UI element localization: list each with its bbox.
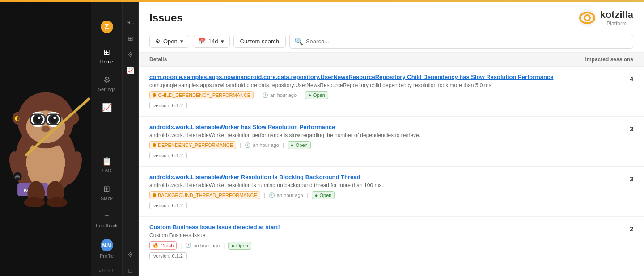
- issue-desc: com.google.samples.apps.nowinandroid.cor…: [149, 82, 597, 88]
- mascot-illustration: ◐ Kotlin 🎮: [1, 73, 90, 207]
- search-input[interactable]: [306, 38, 628, 45]
- profile-avatar: M.M: [101, 239, 113, 251]
- chart-small-icon[interactable]: 📈: [123, 63, 138, 78]
- issue-content: androidx.work.ListenableWorker has Slow …: [149, 124, 597, 159]
- issue-meta: DEPENDENCY_PERFORMANCE | 🕐 an hour ago |…: [149, 141, 597, 149]
- version-badge: version: 0.1.2: [149, 102, 187, 109]
- top-accent-bar: [0, 0, 644, 2]
- thin-nav-top[interactable]: N...: [123, 15, 138, 29]
- issue-content: androidx.work.ListenableWorker Resolutio…: [149, 174, 597, 209]
- issue-title[interactable]: Custom Business Issue Issue detected at …: [149, 224, 597, 230]
- open-tag: ● Open: [288, 141, 311, 149]
- expand-icon[interactable]: □: [123, 263, 138, 276]
- search-input-wrap[interactable]: 🔍: [289, 34, 633, 49]
- settings-small-icon[interactable]: ⚙: [123, 247, 138, 262]
- feedback-icon: ≈: [105, 212, 109, 221]
- issues-table: Details Impacted sessions com.google.sam…: [139, 53, 644, 276]
- nav-item-settings[interactable]: ⚙ Settings: [91, 70, 123, 97]
- issues-list: com.google.samples.apps.nowinandroid.cor…: [139, 67, 644, 276]
- period-filter-label: 14d: [208, 38, 218, 45]
- sidebar: ◐ Kotlin 🎮 Z ⊞ Home: [0, 2, 139, 276]
- issue-desc: androidx.work.ListenableWorker resolutio…: [149, 132, 597, 138]
- issue-time: 🕐 an hour ago: [245, 142, 279, 148]
- nav-item-chart[interactable]: 📈: [91, 97, 123, 118]
- table-row[interactable]: androidx.work.ListenableWorker has Slow …: [139, 117, 644, 167]
- svg-point-33: [585, 16, 589, 20]
- version-badge: version: 0.1.2: [149, 252, 187, 259]
- open-tag: ● Open: [305, 91, 328, 99]
- table-row[interactable]: java.lang.RuntimeException: Unable to cr…: [139, 267, 644, 276]
- faq-icon: 📋: [102, 156, 112, 166]
- col-details: Details: [149, 56, 167, 63]
- version-badge: version: 0.1.2: [149, 202, 187, 209]
- crash-tag: 🔥 Crash: [149, 241, 177, 250]
- table-header: Details Impacted sessions: [139, 53, 644, 67]
- svg-point-8: [34, 116, 41, 123]
- open-tag: ● Open: [228, 242, 251, 250]
- issue-title[interactable]: com.google.samples.apps.nowinandroid.cor…: [149, 74, 597, 80]
- svg-text:◐: ◐: [14, 115, 20, 121]
- svg-point-11: [53, 117, 56, 119]
- issue-meta: BACKGROUND_THREAD_PERFORMANCE | 🕐 an hou…: [149, 191, 597, 199]
- version-label: v.0.16.0: [99, 264, 114, 276]
- svg-point-10: [38, 117, 40, 119]
- slack-icon: ⊞: [103, 184, 110, 194]
- filters-bar: ⚙ Open ▾ 📅 14d ▾ Custom search 🔍: [139, 30, 644, 53]
- brand-name: kotzilla: [600, 9, 633, 20]
- col-impacted: Impacted sessions: [585, 56, 633, 63]
- custom-search-label: Custom search: [240, 38, 279, 45]
- nav-item-faq[interactable]: 📋 FAQ: [91, 151, 123, 179]
- status-filter-label: Open: [163, 38, 178, 45]
- issue-time: 🕐 an hour ago: [185, 243, 220, 248]
- nav-item-slack[interactable]: ⊞ Slack: [91, 179, 123, 206]
- svg-point-9: [50, 116, 56, 123]
- custom-search-button[interactable]: Custom search: [233, 35, 286, 48]
- gear-small-icon[interactable]: ⚙: [123, 47, 138, 62]
- issue-content: Custom Business Issue Issue detected at …: [149, 224, 597, 259]
- svg-point-15: [41, 126, 50, 132]
- impacted-count: 4: [615, 74, 633, 83]
- table-row[interactable]: androidx.work.ListenableWorker Resolutio…: [139, 167, 644, 217]
- grid-icon[interactable]: ⊞: [123, 31, 138, 46]
- perf-tag: CHILD_DEPENDENCY_PERFORMANCE: [149, 91, 254, 99]
- issue-meta: CHILD_DEPENDENCY_PERFORMANCE | 🕐 an hour…: [149, 91, 597, 99]
- svg-text:🎮: 🎮: [15, 174, 21, 180]
- status-chevron-icon: ▾: [180, 38, 183, 45]
- chart-icon: 📈: [102, 103, 112, 113]
- status-filter-button[interactable]: ⚙ Open ▾: [149, 35, 189, 48]
- brand-logo-svg: [578, 9, 596, 27]
- perf-tag: DEPENDENCY_PERFORMANCE: [149, 141, 236, 149]
- version-badge: version: 0.1.2: [149, 152, 187, 159]
- period-chevron-icon: ▾: [221, 38, 224, 45]
- period-filter-button[interactable]: 📅 14d ▾: [193, 35, 230, 48]
- issue-desc: Custom Business Issue: [149, 232, 597, 238]
- settings-icon: ⚙: [103, 75, 110, 85]
- page-header: Issues kotzilla Platform: [139, 2, 644, 30]
- brand-platform: Platform: [600, 21, 633, 27]
- main-content: Issues kotzilla Platform ⚙ Open ▾ 📅 14d …: [139, 2, 644, 276]
- issue-desc: androidx.work.ListenableWorker resolutio…: [149, 182, 597, 188]
- impacted-count: 3: [615, 124, 633, 133]
- calendar-icon: 📅: [199, 38, 206, 45]
- nav-column: Z ⊞ Home ⚙ Settings 📈 📋 FAQ ⊞ Slack ≈ Fe…: [91, 2, 123, 276]
- search-icon: 🔍: [294, 37, 303, 46]
- nav-item-logo[interactable]: Z: [91, 15, 123, 38]
- home-icon: ⊞: [103, 47, 110, 57]
- nav-item-feedback[interactable]: ≈ Feedback: [91, 206, 123, 234]
- issue-time: 🕐 an hour ago: [262, 92, 297, 98]
- nav-item-home[interactable]: ⊞ Home: [91, 42, 123, 70]
- table-row[interactable]: com.google.samples.apps.nowinandroid.cor…: [139, 67, 644, 117]
- thin-column: N... ⊞ ⚙ 📈 ⚙ □: [123, 2, 139, 276]
- issue-title[interactable]: java.lang.RuntimeException: Unable to cr…: [149, 274, 597, 276]
- table-row[interactable]: Custom Business Issue Issue detected at …: [139, 217, 644, 267]
- issue-meta: 🔥 Crash | 🕐 an hour ago | ● Open: [149, 241, 597, 250]
- mascot-area: ◐ Kotlin 🎮: [0, 2, 91, 276]
- perf-tag: BACKGROUND_THREAD_PERFORMANCE: [149, 191, 260, 199]
- impacted-count: 3: [615, 174, 633, 183]
- issue-content: com.google.samples.apps.nowinandroid.cor…: [149, 74, 597, 109]
- nav-item-profile[interactable]: M.M Profile: [91, 234, 123, 264]
- page-title: Issues: [149, 12, 183, 24]
- issue-title[interactable]: androidx.work.ListenableWorker has Slow …: [149, 124, 597, 130]
- impacted-count: 2: [615, 224, 633, 233]
- issue-title[interactable]: androidx.work.ListenableWorker Resolutio…: [149, 174, 597, 180]
